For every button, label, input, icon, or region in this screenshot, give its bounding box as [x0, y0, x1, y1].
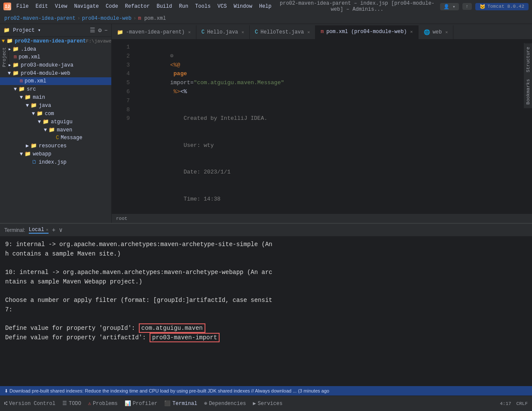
tree-extra: F:\javawebwork\...	[86, 39, 111, 44]
menu-help[interactable]: Help	[257, 3, 274, 10]
bookmarks-vtab[interactable]: Bookmarks	[525, 76, 532, 108]
terminal-tab-local[interactable]: Local ✕	[29, 227, 49, 234]
close-icon[interactable]: ✕	[46, 227, 49, 232]
menu-navigate[interactable]: Navigate	[71, 3, 101, 10]
status-message: ⬇ Download pre-built shared indexes: Red…	[4, 388, 329, 394]
dependencies-button[interactable]: ⊕ Dependencies	[204, 400, 246, 407]
tree-item-atguigu[interactable]: ▼ 📁 atguigu	[0, 118, 111, 126]
tab-hellotest[interactable]: C HelloTest.java ✕	[250, 25, 315, 39]
close-icon[interactable]: ✕	[410, 29, 413, 34]
menu-window[interactable]: Window	[231, 3, 255, 10]
terminal-line-choose: Choose a number or apply filter (format:…	[5, 296, 527, 305]
tree-item-root[interactable]: ▼ 📁 pro02-maven-idea-parent F:\javawebwo…	[0, 37, 111, 45]
services-button[interactable]: ▶ Services	[253, 400, 283, 407]
tree-item-pro04[interactable]: ▼ 📁 pro04-module-web	[0, 69, 111, 77]
settings-icon[interactable]: ⚙	[98, 27, 101, 34]
sidebar-header: 📁 Project ▾ ☰ ⚙ –	[0, 24, 111, 37]
close-icon[interactable]: ✕	[445, 30, 448, 35]
tree-item-indexjsp[interactable]: 🗋 index.jsp	[0, 158, 111, 166]
terminal-label: Terminal:	[4, 227, 25, 233]
version-control-button[interactable]: ⑆ Version Control	[4, 401, 55, 407]
project-vtab[interactable]: Project	[1, 45, 8, 70]
code-line-2: Created by IntelliJ IDEA.	[137, 106, 532, 132]
breadcrumb-item-2[interactable]: pro04-module-web	[82, 15, 131, 21]
terminal-line-1: 9: internal -> org.apache.maven.archetyp…	[5, 240, 527, 250]
close-icon[interactable]: ✕	[307, 30, 310, 35]
menu-file[interactable]: File	[14, 3, 31, 10]
code-line-4: Date: 2023/1/1	[137, 159, 532, 186]
tree-label: pom.xml	[18, 54, 40, 60]
menu-bar: File Edit View Navigate Code Refactor Bu…	[14, 3, 274, 10]
menu-edit[interactable]: Edit	[33, 3, 51, 10]
app-logo: IJ	[3, 3, 11, 10]
tree-item-pom-root[interactable]: m pom.xml	[0, 53, 111, 61]
todo-icon: ☰	[62, 400, 67, 407]
tree-item-pom-web[interactable]: m pom.xml	[0, 77, 111, 85]
tree-item-idea[interactable]: ▶ 📁 .idea	[0, 45, 111, 53]
menu-code[interactable]: Code	[103, 3, 121, 10]
tree-item-pro03[interactable]: ▶ 📁 pro03-moduke-java	[0, 61, 111, 69]
problems-button[interactable]: ⚠ Problems	[88, 400, 118, 407]
tree-item-message[interactable]: C Message	[0, 134, 111, 142]
menu-view[interactable]: View	[52, 3, 70, 10]
tree-item-maven[interactable]: ▼ 📁 maven	[0, 126, 111, 134]
close-icon[interactable]: ✕	[188, 30, 191, 35]
terminal-cursor-line	[5, 343, 527, 352]
minimize-icon[interactable]: –	[104, 27, 108, 34]
tab-hello[interactable]: C Hello.java ✕	[196, 25, 250, 39]
menu-tools[interactable]: Tools	[193, 3, 213, 10]
folder-icon: 📁	[18, 86, 25, 92]
breadcrumb-item-3[interactable]: m pom.xml	[138, 15, 166, 21]
profile-button[interactable]: 👤 ▾	[440, 3, 459, 10]
vcs-button[interactable]: ↑	[462, 3, 472, 10]
tree-label: java	[39, 103, 51, 109]
collapse-all-icon[interactable]: ☰	[90, 27, 95, 34]
encoding-label: CRLF	[517, 401, 528, 406]
menu-vcs[interactable]: VCS	[215, 3, 229, 10]
tree-item-com[interactable]: ▼ 📁 com	[0, 110, 111, 118]
tab-parent[interactable]: 📁 -maven-idea-parent) ✕	[112, 25, 196, 39]
tree-item-resources[interactable]: ▶ 📁 resources	[0, 142, 111, 150]
tree-item-src[interactable]: ▼ 📁 src	[0, 85, 111, 93]
terminal-icon: ⬛	[164, 400, 171, 407]
tree-item-java[interactable]: ▼ 📁 java	[0, 101, 111, 110]
breadcrumb-sep-2: ›	[133, 15, 136, 21]
tab-web[interactable]: 🌐 web ✕	[419, 25, 454, 39]
breadcrumb-sep-1: ›	[77, 15, 80, 21]
todo-button[interactable]: ☰ TODO	[62, 400, 81, 407]
terminal-line-3: 10: internal -> org.apache.maven.archety…	[5, 268, 527, 277]
tree-label: index.jsp	[39, 159, 67, 165]
terminal-button[interactable]: ⬛ Terminal	[164, 400, 197, 407]
tree-label: webapp	[33, 151, 51, 157]
terminal-line-2: h contains a sample Maven site.)	[5, 250, 527, 259]
expand-icon: ▼	[20, 94, 23, 100]
line-numbers: 1 2 3 4 5 6 7 8 9	[112, 40, 133, 213]
code-display[interactable]: ⊙ <%@ page import="com.atguigu.maven.Mes…	[133, 40, 532, 213]
project-label: 📁 Project ▾	[3, 27, 41, 33]
structure-vtab[interactable]: Structure	[525, 43, 532, 76]
terminal-output[interactable]: 9: internal -> org.apache.maven.archetyp…	[0, 237, 532, 386]
editor-tabs: 📁 -maven-idea-parent) ✕ C Hello.java ✕ C…	[112, 24, 532, 40]
menu-refactor[interactable]: Refactor	[122, 3, 153, 10]
profiler-button[interactable]: 📊 Profiler	[125, 400, 158, 407]
class-icon: C	[56, 135, 59, 141]
status-right: 4:17 CRLF	[500, 401, 528, 406]
tree-item-main[interactable]: ▼ 📁 main	[0, 93, 111, 101]
tree-label: pom.xml	[24, 78, 46, 84]
menu-build[interactable]: Build	[154, 3, 174, 10]
menu-run[interactable]: Run	[176, 3, 191, 10]
terminal-line-groupid: Define value for property 'groupId': com…	[5, 324, 527, 333]
close-icon[interactable]: ✕	[242, 30, 244, 35]
expand-icon: ▼	[38, 119, 41, 125]
add-terminal-icon[interactable]: +	[52, 227, 55, 234]
tree-label: com	[45, 111, 54, 117]
tomcat-button[interactable]: 🐱 Tomcat 8.0.42	[475, 3, 529, 10]
breadcrumb-item-1[interactable]: pro02-maven-idea-parent	[4, 15, 76, 21]
breadcrumb: pro02-maven-idea-parent › pro04-module-w…	[0, 13, 532, 24]
chevron-down-icon[interactable]: ∨	[59, 226, 62, 234]
services-icon: ▶	[253, 400, 256, 407]
tab-pom-web[interactable]: m pom.xml (pro04-module-web) ✕	[315, 25, 418, 39]
tab-label: Local	[29, 227, 44, 233]
tomcat-icon: 🐱	[480, 4, 486, 9]
tree-item-webapp[interactable]: ▼ 📁 webapp	[0, 150, 111, 158]
